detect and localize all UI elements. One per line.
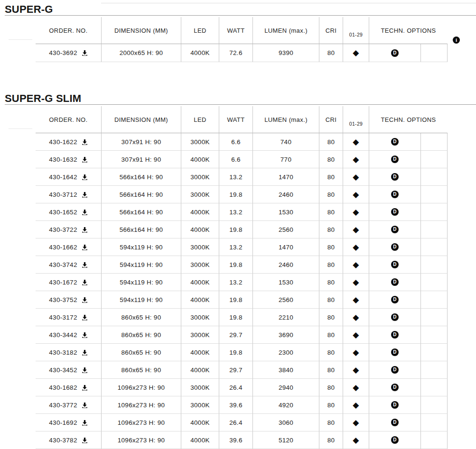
lumen-cell: 770 bbox=[252, 151, 319, 168]
lumen-cell: 1470 bbox=[252, 238, 319, 256]
download-icon[interactable] bbox=[82, 437, 88, 443]
dimension-cell: 860x65 H: 90 bbox=[101, 309, 181, 326]
thumbnail-cell bbox=[5, 361, 36, 379]
download-icon[interactable] bbox=[82, 385, 88, 391]
download-icon[interactable] bbox=[82, 227, 88, 233]
table-header-row: ORDER. NO. DIMENSION (MM) LED WATT LUMEN… bbox=[5, 17, 448, 44]
techn-options-cell: D bbox=[369, 414, 420, 431]
header-cell-cri: CRI bbox=[319, 17, 343, 44]
download-icon[interactable] bbox=[82, 244, 88, 250]
techn-options-empty-cell bbox=[420, 344, 448, 361]
thumbnail-cell bbox=[5, 309, 36, 326]
download-icon[interactable] bbox=[82, 174, 88, 180]
led-cell: 3000K bbox=[181, 133, 219, 151]
header-cell-led: LED bbox=[181, 106, 219, 133]
watt-cell: 13.2 bbox=[219, 168, 252, 186]
dimension-cell: 860x65 H: 90 bbox=[101, 326, 181, 344]
table-row: 430-3752 594x119 H: 90 4000K 19.8 bbox=[5, 291, 448, 309]
lumen-cell: 1470 bbox=[252, 168, 319, 186]
finish-cell: ◆ bbox=[343, 309, 369, 326]
dimension-cell: 594x119 H: 90 bbox=[101, 291, 181, 309]
techn-options-cell: D bbox=[369, 361, 420, 379]
techn-options-cell: D bbox=[369, 168, 420, 186]
dimension-cell: 566x164 H: 90 bbox=[101, 186, 181, 203]
header-cell-dimension: DIMENSION (MM) bbox=[101, 106, 181, 133]
previous-table-edge-line bbox=[101, 3, 476, 3]
techn-options-empty-cell bbox=[420, 151, 448, 168]
order-cell: 430-1682 bbox=[36, 379, 101, 396]
section-super-g-slim: SUPER-G SLIM ORDER. NO. DIMENSION (MM) L… bbox=[5, 93, 476, 449]
order-cell: 430-3172 bbox=[36, 309, 101, 326]
order-number: 430-1662 bbox=[49, 244, 77, 251]
download-icon[interactable] bbox=[82, 279, 88, 285]
table-row: 430-1632 307x91 H: 90 4000K 6.6 77 bbox=[5, 151, 448, 168]
finish-cell: ◆ bbox=[343, 414, 369, 431]
info-icon[interactable]: i bbox=[453, 37, 460, 44]
lumen-cell: 3060 bbox=[252, 414, 319, 431]
order-cell: 430-3712 bbox=[36, 186, 101, 203]
download-icon[interactable] bbox=[82, 50, 88, 56]
dimmable-icon: D bbox=[391, 49, 399, 57]
thumbnail-cell bbox=[5, 221, 36, 238]
order-number: 430-1622 bbox=[49, 138, 77, 146]
cri-cell: 80 bbox=[319, 274, 343, 291]
order-cell: 430-3752 bbox=[36, 291, 101, 309]
watt-cell: 19.8 bbox=[219, 186, 252, 203]
finish-cell: ◆ bbox=[343, 186, 369, 203]
download-icon[interactable] bbox=[82, 420, 88, 426]
cri-cell: 80 bbox=[319, 309, 343, 326]
cri-cell: 80 bbox=[319, 238, 343, 256]
order-cell: 430-1622 bbox=[36, 133, 101, 151]
table-row: 430-3692 2000x65 H: 90 4000K 72.6 bbox=[5, 44, 448, 62]
finish-cell: ◆ bbox=[343, 203, 369, 221]
dimension-cell: 1096x273 H: 90 bbox=[101, 379, 181, 396]
diamond-icon: ◆ bbox=[353, 348, 359, 357]
order-number: 430-1682 bbox=[49, 384, 77, 391]
download-icon[interactable] bbox=[82, 297, 88, 303]
finish-cell: ◆ bbox=[343, 344, 369, 361]
download-icon[interactable] bbox=[82, 139, 88, 145]
dimmable-icon: D bbox=[391, 243, 399, 251]
thumbnail-cell bbox=[5, 133, 36, 151]
finish-cell: ◆ bbox=[343, 221, 369, 238]
download-icon[interactable] bbox=[82, 262, 88, 268]
diamond-icon: ◆ bbox=[353, 243, 359, 251]
thumbnail-cell bbox=[5, 203, 36, 221]
led-cell: 3000K bbox=[181, 379, 219, 396]
download-icon[interactable] bbox=[82, 192, 88, 198]
download-icon[interactable] bbox=[82, 367, 88, 373]
led-cell: 4000K bbox=[181, 414, 219, 431]
techn-options-empty-cell bbox=[420, 431, 448, 449]
finish-cell: ◆ bbox=[343, 238, 369, 256]
finish-cell: ◆ bbox=[343, 133, 369, 151]
led-cell: 3000K bbox=[181, 168, 219, 186]
header-cell-01-29: 01-29 bbox=[343, 106, 369, 133]
dimmable-icon: D bbox=[391, 436, 399, 444]
dimension-cell: 1096x273 H: 90 bbox=[101, 431, 181, 449]
download-icon[interactable] bbox=[82, 209, 88, 215]
header-cell-lumen: LUMEN (max.) bbox=[252, 17, 319, 44]
download-icon[interactable] bbox=[82, 402, 88, 408]
dimension-cell: 594x119 H: 90 bbox=[101, 274, 181, 291]
diamond-icon: ◆ bbox=[353, 138, 359, 146]
techn-options-cell: D bbox=[369, 221, 420, 238]
watt-cell: 19.8 bbox=[219, 291, 252, 309]
order-number: 430-1642 bbox=[49, 174, 77, 181]
watt-cell: 29.7 bbox=[219, 326, 252, 344]
techn-options-cell: D bbox=[369, 309, 420, 326]
watt-cell: 13.2 bbox=[219, 274, 252, 291]
led-cell: 4000K bbox=[181, 291, 219, 309]
order-cell: 430-1662 bbox=[36, 238, 101, 256]
dimmable-icon: D bbox=[391, 313, 399, 321]
order-cell: 430-3442 bbox=[36, 326, 101, 344]
techn-options-empty-cell bbox=[420, 221, 448, 238]
order-number: 430-3452 bbox=[49, 367, 77, 374]
download-icon[interactable] bbox=[82, 332, 88, 338]
lumen-cell: 3840 bbox=[252, 361, 319, 379]
download-icon[interactable] bbox=[82, 314, 88, 321]
lumen-cell: 2560 bbox=[252, 291, 319, 309]
download-icon[interactable] bbox=[82, 349, 88, 356]
download-icon[interactable] bbox=[82, 156, 88, 163]
section-title-super-g-slim: SUPER-G SLIM bbox=[5, 93, 476, 105]
techn-options-empty-cell bbox=[420, 44, 448, 62]
